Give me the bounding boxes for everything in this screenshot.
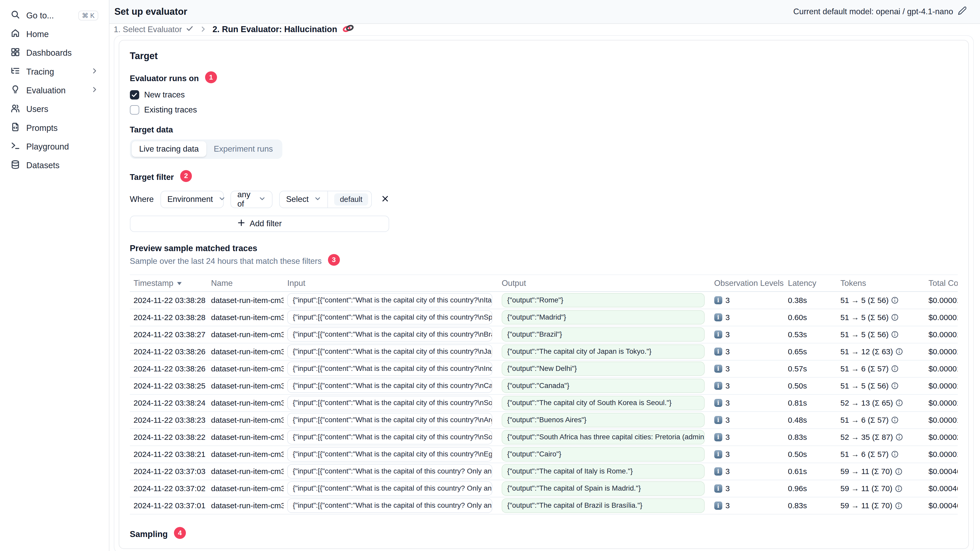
table-row[interactable]: 2024-11-22 03:37:02dataset-run-item-cm3s… [130,480,958,497]
info-icon[interactable] [891,365,899,372]
breadcrumb-step-1[interactable]: 1. Select Evaluator [114,24,194,35]
cell-output[interactable]: {"output":"The capital of Italy is Rome.… [502,464,705,478]
info-icon[interactable] [891,382,899,389]
cell-output[interactable]: {"output":"Rome"} [502,293,705,307]
edit-pencil-icon[interactable] [958,6,966,17]
breadcrumb-step-2[interactable]: 2. Run Evaluator: Hallucination [213,24,354,35]
chevron-right-icon [91,67,98,77]
cell-input[interactable]: {"input":[{"content":"What is the capita… [287,499,492,513]
filter-row: Where Environment any of Select default [130,191,958,208]
info-icon[interactable] [896,399,903,407]
column-header-output[interactable]: Output [498,279,710,288]
table-row[interactable]: 2024-11-22 03:37:01dataset-run-item-cm3s… [130,497,958,514]
filter-operator-select[interactable]: any of [231,191,272,208]
info-icon[interactable] [895,485,902,492]
column-header-timestamp[interactable]: Timestamp [130,279,207,288]
sidebar-item-dashboards[interactable]: Dashboards [6,45,103,62]
goto-search[interactable]: Go to... ⌘ K [6,8,103,24]
table-row[interactable]: 2024-11-22 03:38:25dataset-run-item-cm3s… [130,378,958,395]
sidebar-item-home[interactable]: Home [6,26,103,43]
cell-output[interactable]: {"output":"Brazil"} [502,327,705,341]
add-filter-button[interactable]: Add filter [130,216,389,232]
cell-total-cost: $0.000016 [925,399,958,407]
column-header-name[interactable]: Name [207,279,283,288]
cell-input[interactable]: {"input":[{"content":"What is the capita… [287,362,492,376]
traces-preview-table: Timestamp Name Input Output Observation … [130,275,958,514]
target-data-label: Target data [130,125,173,135]
info-icon[interactable] [891,331,899,338]
cell-input[interactable]: {"input":[{"content":"What is the capita… [287,293,492,307]
table-row[interactable]: 2024-11-22 03:38:26dataset-run-item-cm3s… [130,360,958,378]
remove-filter-button[interactable] [379,193,392,205]
cell-input[interactable]: {"input":[{"content":"What is the capita… [287,464,492,478]
cell-tokens: 51 → 5 (Σ 56) [837,296,925,305]
target-heading: Target [130,51,958,62]
cell-observation-levels: i3 [710,399,784,407]
info-icon[interactable] [891,416,899,424]
table-row[interactable]: 2024-11-22 03:38:27dataset-run-item-cm3s… [130,326,958,343]
cell-input[interactable]: {"input":[{"content":"What is the capita… [287,396,492,410]
add-filter-label: Add filter [250,219,282,228]
sidebar-item-tracing[interactable]: Tracing [6,64,103,80]
cell-input[interactable]: {"input":[{"content":"What is the capita… [287,379,492,393]
cell-observation-levels: i3 [710,381,784,390]
sidebar-item-prompts[interactable]: Prompts [6,120,103,137]
info-icon[interactable] [891,451,899,458]
cell-latency: 0.83s [784,433,837,441]
cell-output[interactable]: {"output":"The capital city of South Kor… [502,396,705,410]
checkbox-new-traces[interactable]: New traces [130,90,958,100]
cell-input[interactable]: {"input":[{"content":"What is the capita… [287,430,492,444]
filter-value-select[interactable]: Select default [279,191,372,208]
cell-input[interactable]: {"input":[{"content":"What is the capita… [287,345,492,359]
table-row[interactable]: 2024-11-22 03:38:23dataset-run-item-cm3s… [130,412,958,429]
table-row[interactable]: 2024-11-22 03:38:21dataset-run-item-cm3s… [130,446,958,463]
cell-output[interactable]: {"output":"South Africa has three capita… [502,430,705,444]
cell-output[interactable]: {"output":"Canada"} [502,379,705,393]
cell-latency: 0.38s [784,296,837,305]
cell-output[interactable]: {"output":"New Delhi"} [502,362,705,376]
table-row[interactable]: 2024-11-22 03:38:26dataset-run-item-cm3s… [130,343,958,360]
table-row[interactable]: 2024-11-22 03:38:28dataset-run-item-cm3s… [130,309,958,326]
column-header-latency[interactable]: Latency [784,279,837,288]
info-icon[interactable] [895,468,902,475]
cell-output[interactable]: {"output":"The capital of Brazil is Bras… [502,499,705,513]
column-header-input[interactable]: Input [284,279,498,288]
sidebar-item-users[interactable]: Users [6,101,103,118]
table-row[interactable]: 2024-11-22 03:38:22dataset-run-item-cm3s… [130,429,958,446]
breadcrumb: 1. Select Evaluator 2. Run Evaluator: Ha… [110,24,980,35]
cell-output[interactable]: {"output":"The capital city of Japan is … [502,345,705,359]
info-icon[interactable] [896,433,903,441]
step-badge-4: 4 [174,527,186,539]
sidebar-item-evaluation[interactable]: Evaluation [6,83,103,99]
cell-input[interactable]: {"input":[{"content":"What is the capita… [287,413,492,427]
cell-latency: 0.53s [784,330,837,339]
column-header-observation-levels[interactable]: Observation Levels [710,279,784,288]
cell-latency: 0.65s [784,347,837,356]
sidebar-item-playground[interactable]: Playground [6,139,103,155]
info-icon[interactable] [896,348,903,355]
cell-input[interactable]: {"input":[{"content":"What is the capita… [287,481,492,495]
tab-experiment-runs[interactable]: Experiment runs [206,141,280,157]
checkbox-existing-traces[interactable]: Existing traces [130,105,958,114]
table-row[interactable]: 2024-11-22 03:37:03dataset-run-item-cm3s… [130,463,958,480]
table-row[interactable]: 2024-11-22 03:38:28dataset-run-item-cm3s… [130,292,958,309]
info-icon[interactable] [891,314,899,321]
filter-field-select[interactable]: Environment [161,191,223,208]
column-header-total-cost[interactable]: Total Cost [925,279,958,288]
cell-output[interactable]: {"output":"Buenos Aires"} [502,413,705,427]
cell-input[interactable]: {"input":[{"content":"What is the capita… [287,447,492,461]
info-icon[interactable] [895,502,902,510]
sort-desc-icon [177,279,182,288]
tab-live-tracing-data[interactable]: Live tracing data [132,141,206,157]
info-icon[interactable] [891,297,899,304]
cell-input[interactable]: {"input":[{"content":"What is the capita… [287,310,492,324]
cell-output[interactable]: {"output":"Cairo"} [502,447,705,461]
table-row[interactable]: 2024-11-22 03:38:24dataset-run-item-cm3s… [130,395,958,412]
column-header-tokens[interactable]: Tokens [837,279,925,288]
cell-observation-levels: i3 [710,433,784,441]
cell-total-cost: $0.00046 ( [925,467,958,476]
cell-input[interactable]: {"input":[{"content":"What is the capita… [287,327,492,341]
cell-output[interactable]: {"output":"The capital of Spain is Madri… [502,481,705,495]
cell-output[interactable]: {"output":"Madrid"} [502,310,705,324]
sidebar-item-datasets[interactable]: Datasets [6,157,103,174]
